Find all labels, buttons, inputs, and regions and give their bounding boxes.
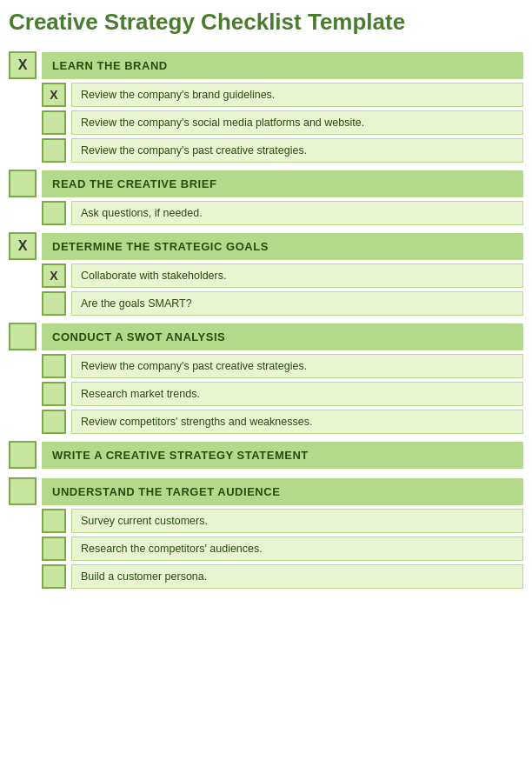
item-checkbox-lb2[interactable] [42,110,66,135]
section-row-read-brief: READ THE CREATIVE BRIEF [9,170,523,197]
list-item: Survey current customers. [42,509,523,533]
item-checkbox-lb1[interactable]: X [42,83,66,107]
item-checkbox-sg1[interactable]: X [42,263,66,288]
item-checkbox-ta2[interactable] [42,537,66,561]
item-label-lb2: Review the company's social media platfo… [71,110,523,135]
item-label-sg1: Collaborate with stakeholders. [71,263,523,288]
item-checkbox-sw1[interactable] [42,354,66,378]
item-checkbox-ta1[interactable] [42,509,66,533]
item-label-sw2: Research market trends. [71,382,523,406]
list-item: XCollaborate with stakeholders. [42,263,523,288]
section-checkbox-target-audience[interactable] [9,477,37,505]
item-checkbox-sw3[interactable] [42,410,66,434]
page-title: Creative Strategy Checklist Template [9,9,523,36]
item-label-sw3: Review competitors' strengths and weakne… [71,410,523,434]
section-row-strategic-goals: XDETERMINE THE STRATEGIC GOALS [9,232,523,260]
item-label-sw1: Review the company's past creative strat… [71,354,523,378]
section-checkbox-strategic-goals[interactable]: X [9,232,37,260]
section-header-target-audience: UNDERSTAND THE TARGET AUDIENCE [42,478,523,505]
item-label-lb3: Review the company's past creative strat… [71,138,523,163]
section-header-learn-brand: LEARN THE BRAND [42,52,523,79]
section-header-swot: CONDUCT A SWOT ANALYSIS [42,323,523,350]
item-label-ta1: Survey current customers. [71,509,523,533]
section-checkbox-read-brief[interactable] [9,170,37,197]
list-item: Review the company's past creative strat… [42,138,523,163]
section-row-learn-brand: XLEARN THE BRAND [9,51,523,79]
list-item: Review the company's social media platfo… [42,110,523,135]
section-checkbox-creative-statement[interactable] [9,441,37,469]
section-checkbox-swot[interactable] [9,323,37,350]
section-checkbox-learn-brand[interactable]: X [9,51,37,79]
item-checkbox-sg2[interactable] [42,291,66,316]
section-row-swot: CONDUCT A SWOT ANALYSIS [9,323,523,350]
items-container-read-brief: Ask questions, if needed. [42,201,523,225]
list-item: XReview the company's brand guidelines. [42,83,523,107]
items-container-learn-brand: XReview the company's brand guidelines.R… [42,83,523,163]
list-item: Review the company's past creative strat… [42,354,523,378]
section-row-target-audience: UNDERSTAND THE TARGET AUDIENCE [9,477,523,505]
list-item: Are the goals SMART? [42,291,523,316]
item-label-ta2: Research the competitors' audiences. [71,537,523,561]
list-item: Research market trends. [42,382,523,406]
item-checkbox-ta3[interactable] [42,564,66,589]
list-item: Review competitors' strengths and weakne… [42,410,523,434]
items-container-strategic-goals: XCollaborate with stakeholders.Are the g… [42,263,523,316]
section-row-creative-statement: WRITE A CREATIVE STRATEGY STATEMENT [9,441,523,469]
items-container-swot: Review the company's past creative strat… [42,354,523,434]
checklist-container: XLEARN THE BRANDXReview the company's br… [9,51,523,589]
item-label-ta3: Build a customer persona. [71,564,523,589]
item-label-lb1: Review the company's brand guidelines. [71,83,523,107]
item-checkbox-sw2[interactable] [42,382,66,406]
list-item: Build a customer persona. [42,564,523,589]
item-checkbox-lb3[interactable] [42,138,66,163]
section-header-read-brief: READ THE CREATIVE BRIEF [42,170,523,197]
list-item: Research the competitors' audiences. [42,537,523,561]
section-header-strategic-goals: DETERMINE THE STRATEGIC GOALS [42,233,523,260]
section-header-creative-statement: WRITE A CREATIVE STRATEGY STATEMENT [42,442,523,469]
item-checkbox-rb1[interactable] [42,201,66,225]
list-item: Ask questions, if needed. [42,201,523,225]
items-container-target-audience: Survey current customers.Research the co… [42,509,523,589]
item-label-sg2: Are the goals SMART? [71,291,523,316]
item-label-rb1: Ask questions, if needed. [71,201,523,225]
